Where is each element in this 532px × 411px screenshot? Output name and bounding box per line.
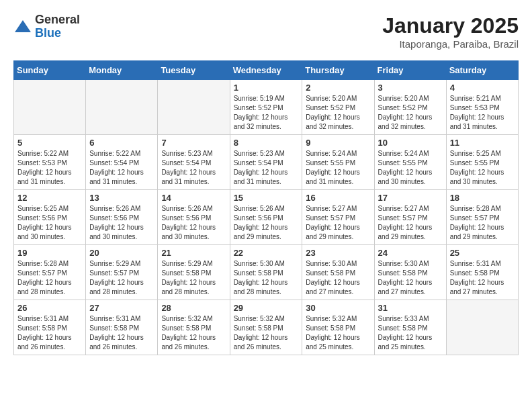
- day-info: Sunrise: 5:24 AM Sunset: 5:55 PM Dayligh…: [378, 149, 443, 187]
- day-info: Sunrise: 5:29 AM Sunset: 5:57 PM Dayligh…: [89, 259, 154, 297]
- calendar-cell: 26Sunrise: 5:31 AM Sunset: 5:58 PM Dayli…: [14, 300, 86, 355]
- day-number: 13: [89, 193, 154, 203]
- logo-blue: Blue: [35, 27, 80, 40]
- calendar-cell: 6Sunrise: 5:22 AM Sunset: 5:54 PM Daylig…: [86, 135, 158, 190]
- logo-icon: [13, 17, 32, 36]
- calendar-cell: 22Sunrise: 5:30 AM Sunset: 5:58 PM Dayli…: [230, 245, 302, 300]
- calendar-header-wednesday: Wednesday: [230, 61, 302, 80]
- calendar-cell: 4Sunrise: 5:21 AM Sunset: 5:53 PM Daylig…: [446, 80, 518, 135]
- day-info: Sunrise: 5:27 AM Sunset: 5:57 PM Dayligh…: [306, 204, 370, 242]
- day-info: Sunrise: 5:26 AM Sunset: 5:56 PM Dayligh…: [234, 204, 299, 242]
- day-info: Sunrise: 5:30 AM Sunset: 5:58 PM Dayligh…: [378, 259, 443, 297]
- day-number: 15: [234, 193, 299, 203]
- logo-text: General Blue: [35, 13, 80, 40]
- calendar-week-row: 26Sunrise: 5:31 AM Sunset: 5:58 PM Dayli…: [14, 300, 519, 355]
- calendar-header-monday: Monday: [86, 61, 158, 80]
- day-number: 11: [450, 138, 515, 148]
- calendar-cell: 18Sunrise: 5:28 AM Sunset: 5:57 PM Dayli…: [446, 190, 518, 245]
- calendar-cell: 5Sunrise: 5:22 AM Sunset: 5:53 PM Daylig…: [14, 135, 86, 190]
- svg-marker-0: [15, 20, 31, 32]
- day-info: Sunrise: 5:26 AM Sunset: 5:56 PM Dayligh…: [161, 204, 226, 242]
- day-number: 20: [89, 248, 154, 258]
- day-number: 5: [17, 138, 82, 148]
- day-info: Sunrise: 5:29 AM Sunset: 5:58 PM Dayligh…: [161, 259, 226, 297]
- day-info: Sunrise: 5:30 AM Sunset: 5:58 PM Dayligh…: [306, 259, 370, 297]
- day-number: 22: [234, 248, 299, 258]
- calendar-cell: 2Sunrise: 5:20 AM Sunset: 5:52 PM Daylig…: [302, 80, 374, 135]
- day-info: Sunrise: 5:28 AM Sunset: 5:57 PM Dayligh…: [450, 204, 515, 242]
- calendar-cell: [158, 80, 230, 135]
- calendar-cell: 1Sunrise: 5:19 AM Sunset: 5:52 PM Daylig…: [230, 80, 302, 135]
- location-subtitle: Itaporanga, Paraiba, Brazil: [382, 38, 519, 50]
- calendar-cell: 19Sunrise: 5:28 AM Sunset: 5:57 PM Dayli…: [14, 245, 86, 300]
- calendar-cell: 20Sunrise: 5:29 AM Sunset: 5:57 PM Dayli…: [86, 245, 158, 300]
- calendar-table: SundayMondayTuesdayWednesdayThursdayFrid…: [13, 60, 519, 355]
- calendar-week-row: 12Sunrise: 5:25 AM Sunset: 5:56 PM Dayli…: [14, 190, 519, 245]
- day-info: Sunrise: 5:22 AM Sunset: 5:53 PM Dayligh…: [17, 149, 82, 187]
- calendar-header-thursday: Thursday: [302, 61, 374, 80]
- day-info: Sunrise: 5:24 AM Sunset: 5:55 PM Dayligh…: [306, 149, 370, 187]
- day-info: Sunrise: 5:32 AM Sunset: 5:58 PM Dayligh…: [161, 314, 226, 352]
- calendar-cell: 25Sunrise: 5:31 AM Sunset: 5:58 PM Dayli…: [446, 245, 518, 300]
- calendar-header-row: SundayMondayTuesdayWednesdayThursdayFrid…: [14, 61, 519, 80]
- day-number: 12: [17, 193, 82, 203]
- day-info: Sunrise: 5:26 AM Sunset: 5:56 PM Dayligh…: [89, 204, 154, 242]
- day-info: Sunrise: 5:22 AM Sunset: 5:54 PM Dayligh…: [89, 149, 154, 187]
- day-number: 14: [161, 193, 226, 203]
- day-number: 21: [161, 248, 226, 258]
- day-number: 23: [306, 248, 370, 258]
- calendar-cell: 13Sunrise: 5:26 AM Sunset: 5:56 PM Dayli…: [86, 190, 158, 245]
- day-number: 10: [378, 138, 443, 148]
- day-number: 2: [306, 83, 370, 93]
- calendar-cell: 8Sunrise: 5:23 AM Sunset: 5:54 PM Daylig…: [230, 135, 302, 190]
- day-number: 16: [306, 193, 370, 203]
- day-info: Sunrise: 5:32 AM Sunset: 5:58 PM Dayligh…: [306, 314, 370, 352]
- day-info: Sunrise: 5:21 AM Sunset: 5:53 PM Dayligh…: [450, 94, 515, 132]
- calendar-header-saturday: Saturday: [446, 61, 518, 80]
- calendar-cell: 31Sunrise: 5:33 AM Sunset: 5:58 PM Dayli…: [374, 300, 446, 355]
- day-info: Sunrise: 5:20 AM Sunset: 5:52 PM Dayligh…: [378, 94, 443, 132]
- day-info: Sunrise: 5:32 AM Sunset: 5:58 PM Dayligh…: [234, 314, 299, 352]
- day-number: 30: [306, 303, 370, 313]
- calendar-cell: 3Sunrise: 5:20 AM Sunset: 5:52 PM Daylig…: [374, 80, 446, 135]
- day-info: Sunrise: 5:23 AM Sunset: 5:54 PM Dayligh…: [161, 149, 226, 187]
- calendar-cell: [446, 300, 518, 355]
- calendar-cell: [14, 80, 86, 135]
- calendar-cell: 7Sunrise: 5:23 AM Sunset: 5:54 PM Daylig…: [158, 135, 230, 190]
- calendar-cell: 23Sunrise: 5:30 AM Sunset: 5:58 PM Dayli…: [302, 245, 374, 300]
- day-number: 28: [161, 303, 226, 313]
- day-info: Sunrise: 5:30 AM Sunset: 5:58 PM Dayligh…: [234, 259, 299, 297]
- day-info: Sunrise: 5:31 AM Sunset: 5:58 PM Dayligh…: [450, 259, 515, 297]
- day-number: 7: [161, 138, 226, 148]
- calendar-cell: 21Sunrise: 5:29 AM Sunset: 5:58 PM Dayli…: [158, 245, 230, 300]
- month-title: January 2025: [382, 13, 519, 38]
- day-number: 3: [378, 83, 443, 93]
- day-info: Sunrise: 5:19 AM Sunset: 5:52 PM Dayligh…: [234, 94, 299, 132]
- calendar-cell: 28Sunrise: 5:32 AM Sunset: 5:58 PM Dayli…: [158, 300, 230, 355]
- day-number: 6: [89, 138, 154, 148]
- logo: General Blue: [13, 13, 80, 40]
- calendar-cell: [86, 80, 158, 135]
- day-number: 1: [234, 83, 299, 93]
- day-number: 24: [378, 248, 443, 258]
- calendar-week-row: 1Sunrise: 5:19 AM Sunset: 5:52 PM Daylig…: [14, 80, 519, 135]
- title-block: January 2025 Itaporanga, Paraiba, Brazil: [382, 13, 519, 50]
- day-number: 4: [450, 83, 515, 93]
- calendar-cell: 9Sunrise: 5:24 AM Sunset: 5:55 PM Daylig…: [302, 135, 374, 190]
- page-header: General Blue January 2025 Itaporanga, Pa…: [13, 13, 519, 50]
- calendar-cell: 12Sunrise: 5:25 AM Sunset: 5:56 PM Dayli…: [14, 190, 86, 245]
- day-info: Sunrise: 5:28 AM Sunset: 5:57 PM Dayligh…: [17, 259, 82, 297]
- day-number: 29: [234, 303, 299, 313]
- day-info: Sunrise: 5:31 AM Sunset: 5:58 PM Dayligh…: [89, 314, 154, 352]
- calendar-cell: 16Sunrise: 5:27 AM Sunset: 5:57 PM Dayli…: [302, 190, 374, 245]
- calendar-week-row: 5Sunrise: 5:22 AM Sunset: 5:53 PM Daylig…: [14, 135, 519, 190]
- day-info: Sunrise: 5:31 AM Sunset: 5:58 PM Dayligh…: [17, 314, 82, 352]
- day-number: 31: [378, 303, 443, 313]
- calendar-cell: 11Sunrise: 5:25 AM Sunset: 5:55 PM Dayli…: [446, 135, 518, 190]
- day-info: Sunrise: 5:25 AM Sunset: 5:56 PM Dayligh…: [17, 204, 82, 242]
- calendar-cell: 29Sunrise: 5:32 AM Sunset: 5:58 PM Dayli…: [230, 300, 302, 355]
- day-number: 9: [306, 138, 370, 148]
- day-number: 17: [378, 193, 443, 203]
- logo-general: General: [35, 13, 80, 27]
- calendar-cell: 15Sunrise: 5:26 AM Sunset: 5:56 PM Dayli…: [230, 190, 302, 245]
